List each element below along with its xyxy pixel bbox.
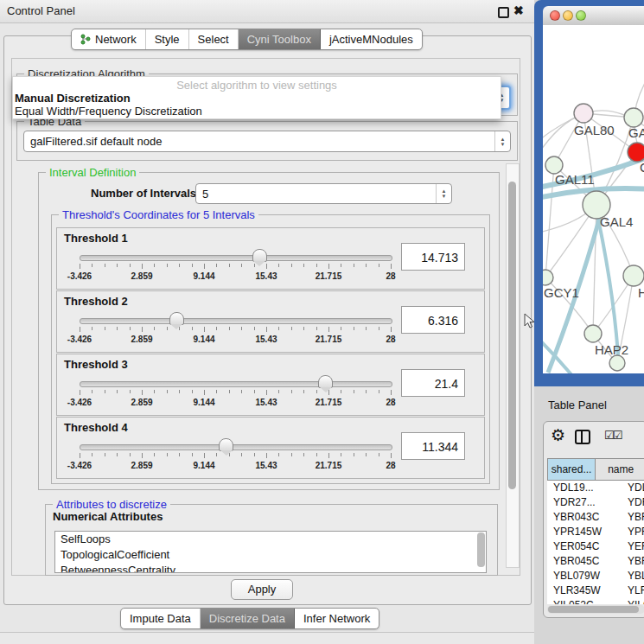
cell-name[interactable]: YDL1	[622, 481, 644, 495]
attribute-list-item[interactable]: BetweennessCentrality	[55, 563, 486, 573]
cell-shared-name[interactable]: YPR145W	[547, 525, 622, 539]
float-icon[interactable]	[498, 7, 509, 18]
numerical-attributes-list[interactable]: SelfLoopsTopologicalCoefficientBetweenne…	[54, 531, 487, 573]
cell-name[interactable]: YER0	[622, 539, 644, 554]
tab-cyni-toolbox[interactable]: Cyni Toolbox	[239, 29, 321, 49]
threshold-4-slider[interactable]: -3.4262.8599.14415.4321.71528	[80, 438, 391, 473]
column-header-shared-name[interactable]: shared...	[547, 458, 596, 481]
gear-icon[interactable]: ⚙	[551, 425, 565, 445]
num-intervals-combobox[interactable]: 5 ▲▼	[195, 183, 452, 204]
cell-name[interactable]: YBL0	[622, 569, 644, 583]
scrollbar-thumb[interactable]	[548, 606, 639, 613]
cell-shared-name[interactable]: YIL052C	[547, 598, 622, 604]
attribute-list-item[interactable]: SelfLoops	[55, 532, 486, 547]
table-row[interactable]: YPR145WYPR1	[547, 525, 644, 539]
cell-shared-name[interactable]: YBL079W	[547, 569, 622, 583]
settings-vertical-scrollbar[interactable]	[506, 163, 520, 568]
table-row[interactable]: YBL079WYBL0	[547, 569, 644, 583]
slider-tick	[266, 453, 267, 458]
cell-shared-name[interactable]: YBR045C	[547, 554, 622, 569]
cell-name[interactable]: YPR1	[622, 525, 644, 539]
slider-tick	[130, 390, 131, 393]
slider-tick-label: 15.43	[255, 271, 277, 281]
threshold-4-value-field[interactable]: 11.344	[401, 432, 465, 460]
slider-track[interactable]	[80, 381, 392, 387]
cell-shared-name[interactable]: YBR043C	[547, 510, 622, 525]
tab-jactivemnodules[interactable]: jActiveMNodules	[321, 29, 422, 49]
combo-stepper-icon[interactable]: ▲▼	[436, 184, 451, 203]
slider-handle[interactable]	[252, 249, 267, 262]
scrollbar-thumb[interactable]	[508, 182, 516, 489]
network-node-gal11[interactable]	[545, 156, 563, 174]
network-node-gal80[interactable]	[574, 104, 593, 123]
slider-tick	[354, 453, 354, 456]
network-node-c[interactable]	[628, 143, 644, 162]
table-row[interactable]: YER054CYER0	[547, 539, 644, 554]
cell-shared-name[interactable]: YER054C	[547, 539, 622, 554]
cell-name[interactable]: YIL0	[622, 598, 644, 604]
network-node-gcy1[interactable]	[543, 270, 553, 285]
slider-tick	[354, 390, 354, 393]
cell-name[interactable]: YBR0	[622, 510, 644, 525]
slider-tick	[328, 264, 329, 269]
slider-tick	[216, 264, 217, 267]
combo-stepper-icon[interactable]: ▲▼	[494, 131, 510, 151]
network-node-hap2[interactable]	[584, 325, 602, 342]
table-row[interactable]: YBR045CYBR0	[547, 554, 644, 569]
tab-select[interactable]: Select	[189, 29, 239, 49]
slider-track[interactable]	[80, 318, 392, 324]
cyni-mode-tab-bar: Impute DataDiscretize DataInfer Network	[120, 608, 379, 629]
attribute-list-item[interactable]: TopologicalCoefficient	[55, 547, 486, 563]
tab-impute-data[interactable]: Impute Data	[121, 609, 201, 628]
slider-tick	[204, 327, 205, 332]
zoom-traffic-light-icon[interactable]	[576, 10, 586, 21]
threshold-2-value-field[interactable]: 6.316	[401, 306, 465, 334]
network-canvas[interactable]: GAL80GACGAL11GAL4GCY1HHAP2	[543, 25, 644, 373]
table-horizontal-scrollbar[interactable]	[547, 605, 644, 614]
cell-name[interactable]: YDR2	[622, 495, 644, 510]
tab-network[interactable]: Network	[72, 29, 146, 49]
close-icon[interactable]: ✖	[513, 3, 524, 17]
table-row[interactable]: YIL052CYIL0	[547, 598, 644, 604]
column-header-name[interactable]: name	[596, 458, 644, 481]
cell-name[interactable]: YLR3	[622, 583, 644, 598]
table-row[interactable]: YDL19...YDL1	[547, 481, 644, 495]
minimize-traffic-light-icon[interactable]	[563, 10, 573, 21]
tab-label: Select	[198, 33, 229, 46]
table-data-combobox[interactable]: galFiltered.sif default node ▲▼	[23, 131, 511, 152]
network-graph: GAL80GACGAL11GAL4GCY1HHAP2	[543, 25, 644, 373]
slider-track[interactable]	[80, 444, 392, 450]
popup-item-equal-width-frequency[interactable]: Equal Width/Frequency Discretization	[15, 105, 202, 118]
attributes-list-scrollbar[interactable]	[477, 532, 485, 567]
popup-item-manual-discretization[interactable]: Manual Discretization	[15, 92, 131, 105]
threshold-3-value-field[interactable]: 21.4	[401, 369, 465, 397]
table-row[interactable]: YDR27...YDR2	[547, 495, 644, 510]
slider-tick-label: 2.859	[131, 335, 152, 344]
cell-shared-name[interactable]: YDL19...	[547, 481, 622, 495]
network-node-h[interactable]	[623, 265, 644, 286]
cell-name[interactable]: YBR0	[622, 554, 644, 569]
threshold-2-slider[interactable]: -3.4262.8599.14415.4321.71528	[80, 312, 391, 347]
select-columns-icons[interactable]: ☑☑	[604, 429, 621, 442]
slider-handle[interactable]	[169, 312, 184, 325]
table-row[interactable]: YBR043CYBR0	[547, 510, 644, 525]
tab-infer-network[interactable]: Infer Network	[295, 609, 379, 628]
tab-discretize-data[interactable]: Discretize Data	[201, 609, 295, 628]
table-row[interactable]: YLR345WYLR3	[547, 583, 644, 598]
network-node[interactable]	[609, 355, 625, 371]
slider-handle[interactable]	[219, 438, 233, 451]
threshold-2-label: Threshold 2	[64, 295, 128, 308]
tab-style[interactable]: Style	[146, 29, 189, 49]
cell-shared-name[interactable]: YDR27...	[547, 495, 622, 510]
slider-track[interactable]	[80, 255, 392, 261]
split-panel-icon[interactable]	[575, 430, 590, 444]
close-traffic-light-icon[interactable]	[550, 10, 560, 21]
threshold-3-slider[interactable]: -3.4262.8599.14415.4321.71528	[80, 375, 391, 410]
threshold-1-value-field[interactable]: 14.713	[401, 243, 465, 271]
cell-shared-name[interactable]: YLR345W	[547, 583, 622, 598]
interval-definition-group: Interval Definition Number of Intervals …	[38, 172, 500, 490]
threshold-1-slider[interactable]: -3.4262.8599.14415.4321.71528	[80, 249, 391, 284]
apply-button[interactable]: Apply	[231, 579, 293, 600]
network-node-ga[interactable]	[624, 108, 643, 127]
slider-handle[interactable]	[318, 375, 333, 388]
